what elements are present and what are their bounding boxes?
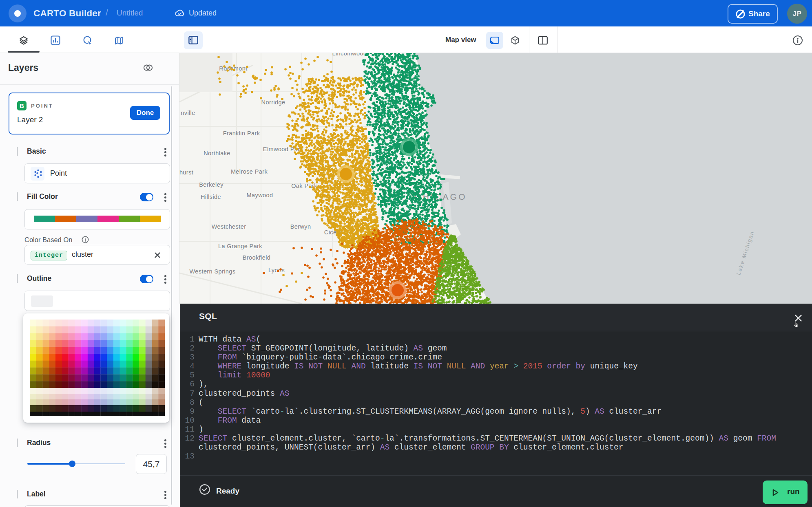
svg-text:hurst: hurst <box>179 169 193 176</box>
svg-text:Lyons: Lyons <box>268 267 285 273</box>
svg-text:Melrose Park: Melrose Park <box>231 168 268 175</box>
svg-text:Brookfield: Brookfield <box>243 254 270 261</box>
svg-text:Northlake: Northlake <box>204 150 230 157</box>
svg-text:Maywood: Maywood <box>247 192 273 198</box>
svg-text:Berwyn: Berwyn <box>290 223 311 230</box>
svg-text:Westchester: Westchester <box>212 223 246 230</box>
svg-text:Franklin Park: Franklin Park <box>223 130 260 137</box>
svg-text:Western Springs: Western Springs <box>190 268 236 275</box>
svg-text:Lincolnwood: Lincolnwood <box>332 53 367 57</box>
svg-text:Hillside: Hillside <box>201 194 221 200</box>
svg-text:La Grange Park: La Grange Park <box>218 243 262 249</box>
svg-text:nville: nville <box>181 110 195 116</box>
svg-text:Berkeley: Berkeley <box>199 181 223 188</box>
